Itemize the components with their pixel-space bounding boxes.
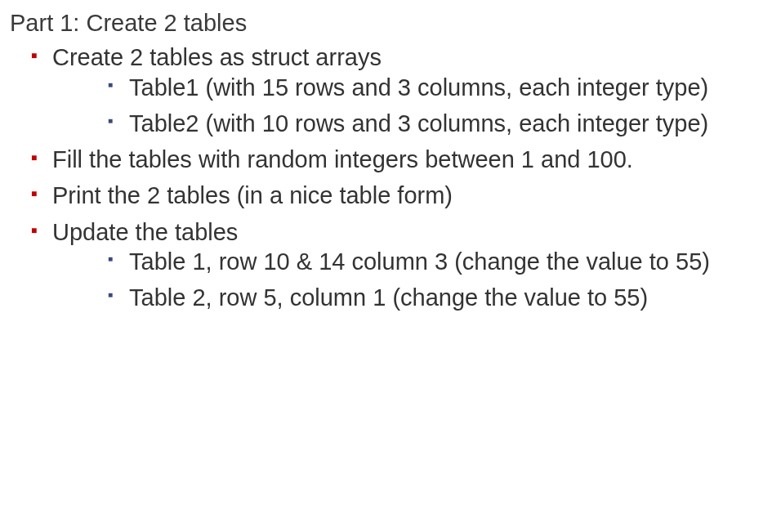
item-text: Print the 2 tables (in a nice table form… (52, 182, 453, 208)
item-text: Update the tables (52, 219, 238, 245)
list-item: Fill the tables with random integers bet… (31, 145, 766, 174)
item-text: Fill the tables with random integers bet… (52, 146, 633, 172)
item-text: Table 2, row 5, column 1 (change the val… (129, 284, 648, 311)
list-item: Table1 (with 15 rows and 3 columns, each… (108, 73, 766, 102)
main-list: Create 2 tables as struct arrays Table1 … (15, 42, 766, 312)
sub-list: Table 1, row 10 & 14 column 3 (change th… (52, 247, 766, 313)
list-item: Table 1, row 10 & 14 column 3 (change th… (108, 247, 766, 276)
item-text: Table2 (with 10 rows and 3 columns, each… (129, 110, 708, 136)
item-text: Create 2 tables as struct arrays (52, 44, 382, 70)
list-item: Create 2 tables as struct arrays Table1 … (31, 42, 766, 138)
list-item: Table2 (with 10 rows and 3 columns, each… (108, 109, 766, 138)
list-item: Table 2, row 5, column 1 (change the val… (108, 283, 766, 312)
list-item: Print the 2 tables (in a nice table form… (31, 181, 766, 210)
list-item: Update the tables Table 1, row 10 & 14 c… (31, 217, 766, 313)
item-text: Table 1, row 10 & 14 column 3 (change th… (129, 248, 710, 275)
sub-list: Table1 (with 15 rows and 3 columns, each… (52, 73, 766, 139)
item-text: Table1 (with 15 rows and 3 columns, each… (129, 74, 708, 101)
page-title: Part 1: Create 2 tables (10, 8, 766, 38)
